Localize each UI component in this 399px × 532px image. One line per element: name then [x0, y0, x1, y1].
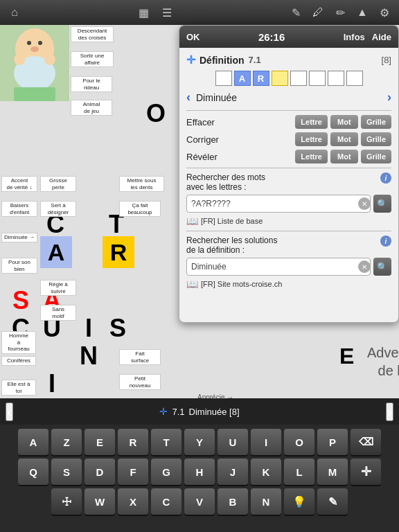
- infos-button[interactable]: Infos: [344, 32, 365, 42]
- pen-keyboard-button[interactable]: ✎: [317, 488, 348, 515]
- clue-homme: Hommeàfourneau: [1, 331, 36, 354]
- letter-box-6[interactable]: [309, 71, 326, 86]
- key-J[interactable]: J: [218, 459, 248, 485]
- letter-box-3[interactable]: R: [253, 71, 269, 86]
- letter-box-1[interactable]: [215, 71, 232, 86]
- reveler-lettre-button[interactable]: Lettre: [295, 150, 328, 163]
- ok-button[interactable]: OK: [186, 32, 200, 42]
- search-section-1: Rechercher des motsavec les lettres : i …: [186, 172, 391, 227]
- letter-box-2[interactable]: A: [234, 71, 251, 86]
- clue-sortir: Sortir uneaffaire: [71, 51, 114, 67]
- clue-grosse-perle: Grosseperle: [40, 176, 76, 192]
- list-icon[interactable]: ☰: [159, 5, 175, 20]
- search-clear-1[interactable]: ✕: [358, 197, 371, 210]
- reveler-buttons: Lettre Mot Grille: [295, 150, 391, 163]
- key-U[interactable]: U: [218, 429, 248, 455]
- clue-sans: Sansmotif: [40, 305, 76, 321]
- key-D[interactable]: D: [85, 459, 115, 485]
- corriger-lettre-button[interactable]: Lettre: [295, 132, 328, 146]
- panel-body: ✛ Définition 7.1 [8] A R ‹ Diminu: [179, 48, 398, 299]
- lightbulb-button[interactable]: 💡: [284, 488, 314, 515]
- key-G[interactable]: G: [151, 459, 181, 485]
- key-L[interactable]: L: [284, 459, 314, 485]
- key-E[interactable]: E: [85, 429, 115, 455]
- key-T[interactable]: T: [151, 429, 181, 455]
- key-Y[interactable]: Y: [184, 429, 215, 455]
- key-R[interactable]: R: [118, 429, 148, 455]
- key-K[interactable]: K: [251, 459, 281, 485]
- special-left-button[interactable]: ☩: [51, 488, 82, 515]
- key-H[interactable]: H: [184, 459, 215, 485]
- corriger-grille-button[interactable]: Grille: [361, 132, 391, 146]
- search-input-row-1: ✕ 🔍: [186, 195, 391, 213]
- search-clear-2[interactable]: ✕: [358, 260, 371, 273]
- letter-box-7[interactable]: [328, 71, 344, 86]
- highlight-icon[interactable]: ✏: [332, 5, 348, 20]
- letter-box-8[interactable]: [346, 71, 363, 86]
- search-go-1[interactable]: 🔍: [373, 195, 391, 213]
- corriger-mot-button[interactable]: Mot: [330, 132, 358, 146]
- divider-3: [186, 231, 391, 231]
- definition-title-row: ✛ Définition 7.1 [8]: [186, 53, 391, 66]
- search-input-2[interactable]: [186, 258, 371, 276]
- reveler-mot-button[interactable]: Mot: [330, 150, 358, 163]
- corriger-buttons: Lettre Mot Grille: [295, 132, 391, 146]
- bell-icon[interactable]: ▲: [355, 5, 370, 20]
- effacer-grille-button[interactable]: Grille: [361, 115, 391, 129]
- clue-regle: Règle àsuivre: [40, 280, 76, 296]
- status-next-button[interactable]: ›: [386, 402, 393, 421]
- aide-button[interactable]: Aide: [372, 32, 391, 42]
- letter-S-red: S: [7, 287, 35, 314]
- reveler-label: Révéler: [186, 152, 242, 162]
- nav-prev-button[interactable]: ‹: [186, 90, 190, 105]
- key-M[interactable]: M: [317, 459, 348, 485]
- letter-O: O: [142, 100, 170, 127]
- key-P[interactable]: P: [317, 429, 348, 455]
- svg-point-7: [14, 54, 25, 65]
- nav-next-button[interactable]: ›: [387, 90, 391, 105]
- svg-point-5: [30, 46, 39, 52]
- key-Z[interactable]: Z: [51, 429, 82, 455]
- special-right-button[interactable]: ✛: [351, 459, 381, 485]
- letter-R-yellow: R: [103, 236, 134, 268]
- feather-icon[interactable]: 🖊: [310, 5, 326, 20]
- search-input-1[interactable]: [186, 195, 371, 213]
- key-Q[interactable]: Q: [18, 459, 48, 485]
- info-icon-2[interactable]: i: [380, 236, 391, 247]
- letter-S2: S: [104, 314, 132, 342]
- search-go-2[interactable]: 🔍: [373, 258, 391, 276]
- top-toolbar: ⌂ ▦ ☰ ✎ 🖊 ✏ ▲ ⚙: [0, 0, 399, 25]
- letter-I2: I: [38, 370, 66, 398]
- adverbe-clue: Adverbede lieu: [367, 344, 399, 380]
- reveler-grille-button[interactable]: Grille: [361, 150, 391, 163]
- key-A[interactable]: A: [18, 429, 48, 455]
- clue-pour-son: Pour sonbien: [1, 258, 37, 274]
- status-cross-icon: ✛: [159, 406, 168, 417]
- key-F[interactable]: F: [118, 459, 148, 485]
- key-O[interactable]: O: [284, 429, 314, 455]
- key-X[interactable]: X: [118, 488, 148, 515]
- key-V[interactable]: V: [184, 488, 215, 515]
- search-source-2: 📖 [FR] Site mots-croise.ch: [186, 278, 391, 290]
- key-N[interactable]: N: [251, 488, 281, 515]
- letter-box-5[interactable]: [290, 71, 307, 86]
- key-C[interactable]: C: [151, 488, 181, 515]
- backspace-button[interactable]: ⌫: [351, 429, 381, 455]
- key-I[interactable]: I: [251, 429, 281, 455]
- letter-A-blue: A: [40, 236, 72, 268]
- search-section-2: Rechercher les solutionsde la définition…: [186, 236, 391, 290]
- letter-box-4[interactable]: [272, 71, 288, 86]
- effacer-mot-button[interactable]: Mot: [330, 115, 358, 129]
- grid-icon[interactable]: ▦: [136, 5, 151, 20]
- key-B[interactable]: B: [218, 488, 248, 515]
- pen-icon[interactable]: ✎: [288, 5, 303, 20]
- key-S[interactable]: S: [51, 459, 82, 485]
- settings-icon[interactable]: ⚙: [377, 5, 392, 20]
- effacer-lettre-button[interactable]: Lettre: [295, 115, 328, 129]
- home-icon[interactable]: ⌂: [7, 5, 22, 20]
- clue-accent: Accentde vérité ↓: [1, 176, 37, 192]
- svg-point-8: [44, 54, 55, 65]
- key-W[interactable]: W: [85, 488, 115, 515]
- info-icon-1[interactable]: i: [380, 172, 391, 184]
- status-prev-button[interactable]: ‹: [6, 402, 13, 421]
